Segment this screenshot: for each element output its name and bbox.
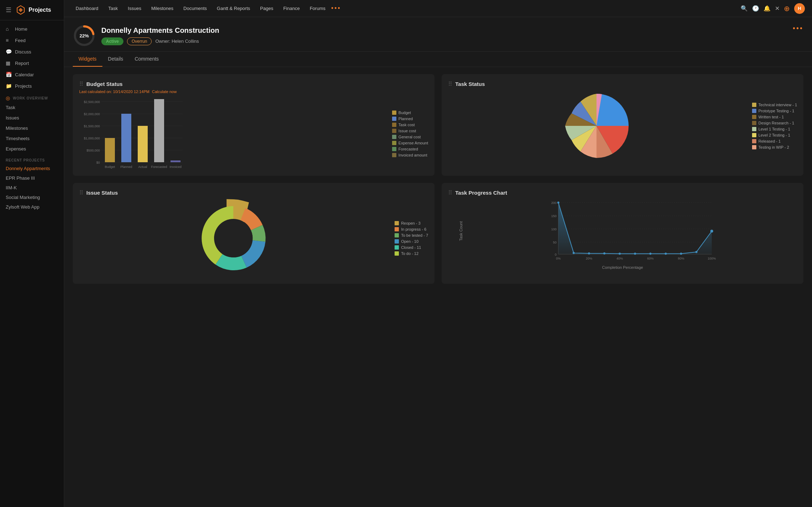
legend-prototype-testing: Prototype Testing - 1 bbox=[752, 109, 797, 113]
recent-projects-label: RECENT PROJECTS bbox=[0, 154, 64, 164]
sidebar-item-report[interactable]: ▦ Report bbox=[0, 57, 64, 69]
issue-donut-chart bbox=[79, 199, 387, 277]
bar-actual bbox=[138, 126, 148, 162]
legend-open-dot bbox=[395, 239, 399, 244]
legend-invoiced-dot bbox=[392, 153, 396, 157]
chart-point-0 bbox=[557, 201, 559, 204]
svg-text:$1,000,000: $1,000,000 bbox=[84, 137, 100, 140]
legend-expense-dot bbox=[392, 141, 396, 145]
project-more-icon[interactable]: ••• bbox=[793, 24, 803, 32]
project-title: Donnelly Apartments Construction bbox=[101, 26, 803, 35]
line-chart-line bbox=[558, 203, 712, 253]
sidebar-item-projects[interactable]: 📁 Projects bbox=[0, 80, 64, 92]
legend-generalcost: General cost bbox=[392, 135, 428, 139]
task-widget-drag-icon: ⠿ bbox=[448, 81, 452, 87]
topnav-task[interactable]: Task bbox=[104, 4, 122, 13]
tab-comments[interactable]: Comments bbox=[129, 52, 164, 67]
legend-invoiced: Invoiced amount bbox=[392, 153, 428, 157]
chart-point-9 bbox=[695, 251, 697, 253]
bell-icon[interactable]: 🔔 bbox=[763, 5, 771, 12]
project-badges: Active Overrun Owner: Helen Collins bbox=[101, 37, 803, 45]
recent-project-donnely[interactable]: Donnely Appartments bbox=[0, 164, 64, 173]
svg-text:$2,000,000: $2,000,000 bbox=[84, 112, 100, 116]
content-area: ⠿ Budget Status Last calculated on: 10/1… bbox=[64, 67, 812, 507]
sidebar-item-expenses[interactable]: Expenses bbox=[0, 144, 64, 154]
svg-text:50: 50 bbox=[553, 241, 557, 244]
calendar-icon: 📅 bbox=[6, 72, 11, 77]
svg-text:Invoiced: Invoiced bbox=[169, 165, 182, 169]
topnav-milestones[interactable]: Milestones bbox=[147, 4, 178, 13]
legend-design-research: Design Research - 1 bbox=[752, 121, 797, 125]
line-chart-fill bbox=[558, 203, 712, 254]
topnav-dashboard[interactable]: Dashboard bbox=[71, 4, 103, 13]
sidebar-item-discuss[interactable]: 💬 Discuss bbox=[0, 46, 64, 57]
task-progress-ylabel: Task Count bbox=[459, 221, 463, 241]
legend-budget-dot bbox=[392, 111, 396, 115]
topnav-finance[interactable]: Finance bbox=[279, 4, 304, 13]
topnav-forums[interactable]: Forums bbox=[305, 4, 330, 13]
recent-project-iimk[interactable]: IIM-K bbox=[0, 183, 64, 193]
user-avatar[interactable]: H bbox=[794, 3, 805, 14]
clock-icon[interactable]: 🕐 bbox=[752, 5, 759, 12]
legend-reopen-dot bbox=[395, 221, 399, 225]
svg-text:200: 200 bbox=[551, 201, 557, 205]
search-icon[interactable]: 🔍 bbox=[741, 5, 748, 12]
project-info: Donnelly Apartments Construction Active … bbox=[101, 26, 803, 45]
legend-wip-dot bbox=[752, 145, 756, 149]
topnav-documents[interactable]: Documents bbox=[179, 4, 211, 13]
pie-slice-1 bbox=[597, 94, 629, 126]
sidebar-item-milestones[interactable]: Milestones bbox=[0, 123, 64, 133]
work-overview-label: WORK OVERVIEW bbox=[13, 96, 48, 100]
svg-text:$2,500,000: $2,500,000 bbox=[84, 100, 100, 104]
legend-l1-dot bbox=[752, 127, 756, 131]
task-pie-chart bbox=[448, 90, 745, 162]
svg-text:100: 100 bbox=[551, 227, 557, 231]
sidebar-item-task[interactable]: Task bbox=[0, 102, 64, 113]
legend-todo-dot bbox=[395, 251, 399, 256]
budget-legend: Budget Planned Task cost Issue cost bbox=[392, 98, 428, 169]
tab-details[interactable]: Details bbox=[102, 52, 129, 67]
topnav-pages[interactable]: Pages bbox=[256, 4, 278, 13]
bar-invoiced bbox=[171, 160, 181, 162]
main-area: Dashboard Task Issues Milestones Documen… bbox=[64, 0, 812, 507]
sidebar-item-timesheets[interactable]: Timesheets bbox=[0, 133, 64, 144]
close-icon[interactable]: ✕ bbox=[775, 5, 780, 12]
legend-closed-dot bbox=[395, 245, 399, 250]
topnav-issues[interactable]: Issues bbox=[123, 4, 146, 13]
sidebar-navigation: ⌂ Home ≡ Feed 💬 Discuss ▦ Report 📅 Calen… bbox=[0, 20, 64, 507]
recent-project-epr[interactable]: EPR Phase III bbox=[0, 173, 64, 183]
legend-inprogress-dot bbox=[395, 227, 399, 231]
svg-text:22%: 22% bbox=[80, 33, 89, 39]
chart-point-8 bbox=[680, 253, 682, 255]
project-owner: Owner: Helen Collins bbox=[155, 39, 199, 44]
tab-widgets[interactable]: Widgets bbox=[73, 52, 102, 67]
recent-project-social[interactable]: Social Marketing bbox=[0, 193, 64, 202]
chart-point-4 bbox=[619, 253, 621, 255]
legend-proto-dot bbox=[752, 109, 756, 113]
legend-taskcost: Task cost bbox=[392, 123, 428, 127]
svg-text:60%: 60% bbox=[647, 257, 654, 260]
legend-tech-interview: Technical interview - 1 bbox=[752, 103, 797, 107]
legend-l2-dot bbox=[752, 133, 756, 137]
legend-planned: Planned bbox=[392, 117, 428, 121]
sidebar-item-calendar[interactable]: 📅 Calendar bbox=[0, 69, 64, 80]
task-status-title: Task Status bbox=[455, 81, 485, 87]
topnav-more-icon[interactable]: ••• bbox=[331, 5, 341, 12]
legend-design-dot bbox=[752, 121, 756, 125]
svg-text:Budget: Budget bbox=[105, 165, 115, 169]
sidebar-item-feed[interactable]: ≡ Feed bbox=[0, 35, 64, 46]
task-progress-header: ⠿ Task Progress Chart bbox=[448, 189, 797, 196]
sidebar-item-issues[interactable]: Issues bbox=[0, 113, 64, 123]
legend-issuecost: Issue cost bbox=[392, 129, 428, 133]
legend-released: Released - 1 bbox=[752, 139, 797, 143]
topnav-gantt[interactable]: Gantt & Reports bbox=[213, 4, 254, 13]
legend-generalcost-dot bbox=[392, 135, 396, 139]
sidebar-item-home[interactable]: ⌂ Home bbox=[0, 23, 64, 35]
hamburger-icon[interactable]: ☰ bbox=[6, 6, 11, 14]
budget-status-subtitle: Last calculated on: 10/14/2020 12:14PM C… bbox=[79, 89, 428, 94]
legend-forecasted: Forecasted bbox=[392, 147, 428, 151]
recent-project-zylsoft[interactable]: Zylsoft Web App bbox=[0, 202, 64, 212]
work-overview-section: ◎ WORK OVERVIEW bbox=[0, 92, 64, 102]
legend-closed: Closed - 11 bbox=[395, 245, 428, 250]
add-icon[interactable]: ⊕ bbox=[784, 4, 790, 13]
